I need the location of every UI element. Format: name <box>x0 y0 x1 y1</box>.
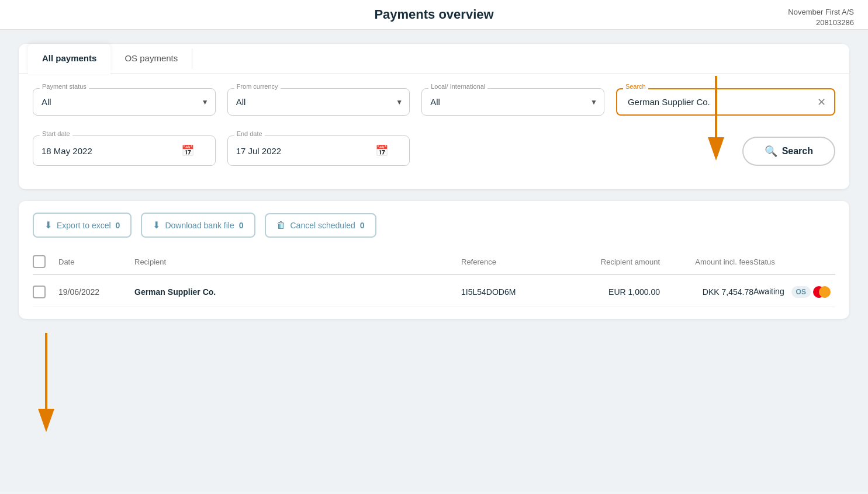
export-excel-count: 0 <box>116 221 120 230</box>
export-excel-button[interactable]: ⬇ Export to excel 0 <box>33 213 132 238</box>
start-date-filter: Start date 18 May 2022 📅 <box>33 135 216 166</box>
download-bank-file-count: 0 <box>239 221 244 230</box>
table-header-row: Date Recipient Reference Recipient amoun… <box>33 249 835 275</box>
download-bank-file-icon: ⬇ <box>153 220 160 231</box>
local-international-label: Local/ International <box>428 83 487 90</box>
main-content: All payments OS payments Payment status … <box>0 30 868 491</box>
filters-row-1: Payment status All Pending Completed Fai… <box>33 88 835 116</box>
row-checkbox-cell <box>33 286 58 298</box>
col-header-recipient-amount: Recipient amount <box>566 258 660 266</box>
search-clear-button[interactable]: ✕ <box>815 96 828 109</box>
tab-separator <box>192 48 192 69</box>
search-button[interactable]: 🔍 Search <box>742 137 835 166</box>
company-name: November First A/S <box>788 7 854 18</box>
local-international-filter: Local/ International All Local Internati… <box>421 88 604 116</box>
table-wrap: Date Recipient Reference Recipient amoun… <box>33 249 835 307</box>
start-date-label: Start date <box>40 130 72 137</box>
row-recipient: German Supplier Co. <box>134 287 461 297</box>
tab-os-payments[interactable]: OS payments <box>110 44 192 74</box>
download-bank-file-label: Download bank file <box>165 221 234 230</box>
from-currency-label: From currency <box>234 83 281 90</box>
col-header-status: Status <box>753 258 835 266</box>
search-input[interactable] <box>623 89 815 114</box>
os-label: OS <box>791 286 811 298</box>
from-currency-filter: From currency All EUR DKK USD GBP ▼ <box>227 88 410 116</box>
search-label: Search <box>623 83 648 90</box>
tab-all-payments[interactable]: All payments <box>28 44 110 74</box>
row-date: 19/06/2022 <box>58 287 134 297</box>
end-date-value: 17 Jul 2022 <box>236 146 282 156</box>
col-header-recipient: Recipient <box>134 258 461 266</box>
mastercard-icon <box>813 286 831 298</box>
search-input-wrap: ✕ <box>616 88 835 116</box>
payment-status-label: Payment status <box>40 83 89 90</box>
cancel-scheduled-count: 0 <box>360 221 365 230</box>
start-date-value: 18 May 2022 <box>42 146 92 156</box>
search-button-label: Search <box>782 146 813 156</box>
from-currency-select[interactable]: All EUR DKK USD GBP <box>227 88 410 116</box>
search-filter-group: Search ✕ <box>616 88 835 116</box>
end-date-input[interactable]: 17 Jul 2022 📅 <box>227 135 410 166</box>
payment-status-filter: Payment status All Pending Completed Fai… <box>33 88 216 116</box>
company-info: November First A/S 208103286 <box>788 7 854 28</box>
end-date-calendar-icon: 📅 <box>375 144 388 157</box>
page-title: Payments overview <box>374 7 493 22</box>
table-card: ⬇ Export to excel 0 ⬇ Download bank file… <box>19 201 849 319</box>
col-header-date: Date <box>58 258 134 266</box>
end-date-label: End date <box>234 130 265 137</box>
top-bar: Payments overview November First A/S 208… <box>0 0 868 30</box>
start-date-input[interactable]: 18 May 2022 📅 <box>33 135 216 166</box>
search-button-area: 🔍 Search <box>616 127 835 166</box>
download-bank-file-button[interactable]: ⬇ Download bank file 0 <box>141 213 255 238</box>
col-header-reference: Reference <box>461 258 566 266</box>
tabs-card: All payments OS payments Payment status … <box>19 44 849 189</box>
col-header-checkbox <box>33 255 58 268</box>
row-recipient-amount: EUR 1,000.00 <box>566 287 660 297</box>
col-header-amount-fees: Amount incl. fees <box>660 258 753 266</box>
cancel-scheduled-icon: 🗑 <box>276 220 286 231</box>
cancel-scheduled-button[interactable]: 🗑 Cancel scheduled 0 <box>265 213 376 238</box>
row-amount-fees: DKK 7,454.78 <box>660 287 753 297</box>
row-status-text: Awaiting <box>753 287 784 296</box>
table-actions: ⬇ Export to excel 0 ⬇ Download bank file… <box>33 213 835 238</box>
row-checkbox[interactable] <box>33 286 46 298</box>
end-date-filter: End date 17 Jul 2022 📅 <box>227 135 410 166</box>
row-status-cell: Awaiting OS <box>753 286 835 298</box>
export-excel-label: Export to excel <box>57 221 111 230</box>
cancel-scheduled-label: Cancel scheduled <box>291 221 355 230</box>
search-button-icon: 🔍 <box>765 145 777 158</box>
company-id: 208103286 <box>788 18 854 28</box>
filters-row-2: Start date 18 May 2022 📅 End date 17 Jul… <box>33 127 835 166</box>
os-badge: OS <box>791 286 831 298</box>
start-date-calendar-icon: 📅 <box>181 144 194 157</box>
row-reference: 1I5L54DOD6M <box>461 287 566 297</box>
tabs-header: All payments OS payments <box>19 44 849 74</box>
filters-section: Payment status All Pending Completed Fai… <box>19 74 849 189</box>
export-excel-icon: ⬇ <box>44 220 52 231</box>
table-row: 19/06/2022 German Supplier Co. 1I5L54DOD… <box>33 277 835 307</box>
mc-circle-orange <box>819 286 831 298</box>
search-button-row: 🔍 Search <box>616 137 835 166</box>
local-international-select[interactable]: All Local International <box>421 88 604 116</box>
payment-status-select[interactable]: All Pending Completed Failed <box>33 88 216 116</box>
header-checkbox[interactable] <box>33 255 46 268</box>
